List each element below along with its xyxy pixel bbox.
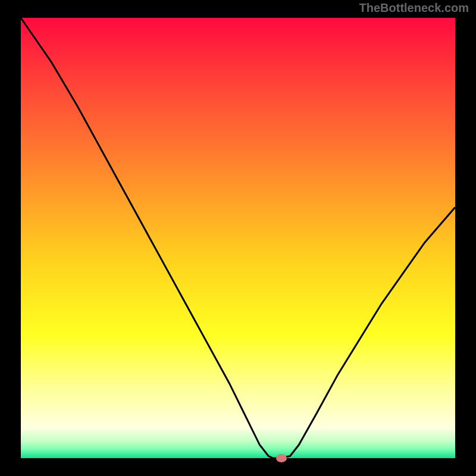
chart-container: { "watermark": "TheBottleneck.com", "cha… bbox=[0, 0, 476, 476]
plot-background bbox=[21, 18, 455, 458]
watermark-text: TheBottleneck.com bbox=[359, 1, 469, 15]
optimum-marker bbox=[276, 454, 287, 462]
bottleneck-chart bbox=[0, 0, 476, 476]
